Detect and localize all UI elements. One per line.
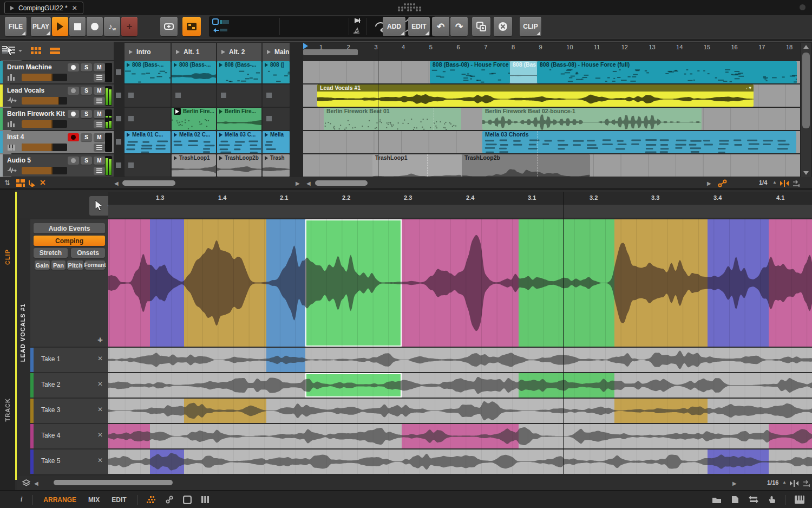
scene-header-alt-1[interactable]: Alt. 1 (172, 43, 216, 61)
comp-snap-icon[interactable] (790, 480, 798, 487)
add-record-button[interactable]: + (121, 17, 137, 36)
dual-display-icon[interactable] (147, 496, 156, 504)
track-header-drum-machine[interactable]: Drum MachineSM (0, 61, 114, 83)
track-menu-button[interactable] (94, 144, 105, 152)
arranger-clip[interactable]: Berlin Firework Beat 02-bounce-1 (482, 108, 702, 130)
volume-slider[interactable] (22, 120, 67, 128)
remove-take-icon[interactable]: ✕ (97, 431, 103, 439)
clip-menu-icon[interactable]: ⌐▾ (746, 85, 751, 90)
take-lane-2[interactable] (108, 373, 812, 398)
gain-button[interactable]: Gain (35, 260, 50, 270)
snap-icon[interactable] (780, 180, 789, 187)
hscroll-left-icon[interactable]: ◀ (114, 180, 119, 186)
pan-button[interactable]: Pan (51, 260, 66, 270)
edit-pointer-tool-button[interactable]: ▾ (89, 196, 111, 216)
clip-cell[interactable] (125, 154, 171, 177)
arranger-clip[interactable]: 808 (Bass-08) - House Force (full) (537, 61, 797, 83)
add-take-button[interactable]: + (97, 335, 103, 346)
audio-events-button[interactable]: Audio Events (34, 223, 105, 233)
adaptive-grid-icon[interactable] (793, 179, 800, 187)
pitch-button[interactable]: Pitch (67, 260, 83, 270)
track-menu-button[interactable] (94, 167, 105, 175)
solo-button[interactable]: S (81, 133, 92, 141)
arranger-clip[interactable]: Berlin Firework Beat 01 (324, 108, 461, 130)
solo-button[interactable]: S (81, 87, 92, 95)
arranger-clip[interactable]: TrashLoop1 (372, 154, 462, 177)
play-button[interactable] (52, 17, 68, 36)
volume-slider[interactable] (22, 97, 67, 105)
clip-cell[interactable]: TrashLoop2b (217, 154, 261, 177)
take-lane-1[interactable] (108, 348, 812, 372)
clip-cell[interactable]: Mella 01 C... (125, 131, 171, 153)
undo-button[interactable]: ↶ (432, 17, 449, 36)
comp-adaptive-grid-icon[interactable] (803, 479, 810, 487)
sub-scene-launch-icon[interactable] (2, 46, 9, 53)
comping-mode-icon[interactable] (718, 179, 728, 187)
clip-cell[interactable] (125, 84, 171, 107)
project-folder-icon[interactable] (712, 496, 722, 504)
scene-play-icon[interactable] (267, 50, 271, 54)
stop-button[interactable] (69, 17, 86, 36)
link-icon[interactable] (166, 496, 173, 504)
clip-cell[interactable]: 808 (Bass-... (125, 61, 171, 83)
file-panel-icon[interactable] (731, 496, 739, 504)
clip-cell[interactable] (217, 84, 261, 107)
tab-edit[interactable]: EDIT (112, 496, 126, 504)
arr-hscroll-left-icon[interactable]: ◀ (306, 180, 311, 186)
scene-header-intro[interactable]: Intro (125, 43, 171, 61)
clip-cell[interactable] (263, 108, 290, 130)
clip-cell[interactable] (263, 84, 290, 107)
take-header-1[interactable]: Take 1✕ (30, 348, 108, 372)
launcher-overdub-button[interactable] (160, 17, 178, 36)
columns-icon[interactable] (201, 496, 209, 504)
clip-launcher-record-button[interactable] (182, 17, 201, 36)
arranger-hscroll-thumb[interactable] (315, 180, 368, 186)
volume-slider[interactable] (22, 167, 67, 174)
remove-take-icon[interactable]: ✕ (97, 406, 103, 413)
solo-button[interactable]: S (81, 110, 92, 118)
arranger-clip[interactable]: Mella 03 Chords (482, 131, 796, 153)
clip-cell[interactable] (172, 84, 216, 107)
io-swap-icon[interactable] (749, 496, 758, 503)
arm-button[interactable] (68, 63, 79, 71)
mute-button[interactable]: M (94, 63, 105, 71)
grid-menu-icon[interactable]: ▲ (772, 180, 777, 185)
track-header-inst-4[interactable]: Inst 4SM (0, 131, 114, 153)
track-menu-button[interactable] (94, 97, 105, 105)
mute-button[interactable]: M (94, 157, 105, 165)
scene-header-main[interactable]: Main (263, 43, 290, 61)
crossfade-icon[interactable]: ⇅ (4, 179, 10, 187)
track-menu-button[interactable] (94, 74, 105, 82)
arranger-clip[interactable]: 808 (Bass-08) - House Force ( (430, 61, 510, 83)
show-launcher-icon[interactable] (31, 47, 42, 55)
clip-cell[interactable]: 808 (Bass-... (172, 61, 216, 83)
record-button[interactable] (87, 17, 103, 36)
comp-grid-menu-icon[interactable]: ▲ (782, 480, 787, 485)
clip-cell[interactable]: Trash (263, 154, 290, 177)
scene-play-icon[interactable] (176, 50, 180, 54)
track-tab[interactable]: TRACK (4, 398, 11, 422)
quantize-record-button[interactable]: ♪w (104, 17, 120, 36)
playhead-start-marker[interactable] (303, 43, 308, 49)
comp-ruler[interactable]: 1.31.42.12.22.32.43.13.23.33.44.1 (108, 192, 812, 205)
touch-hand-icon[interactable] (768, 496, 776, 504)
arranger-clip[interactable]: Lead Vocals #1⌐▾ (317, 84, 754, 107)
comp-hscroll-thumb[interactable] (54, 480, 173, 485)
take-lane-5[interactable] (108, 450, 812, 474)
project-tab[interactable]: CompingGUI22 * ✕ (4, 2, 83, 14)
track-menu-button[interactable] (94, 120, 105, 128)
close-project-icon[interactable]: ✕ (72, 4, 77, 12)
comp-scroll-left-icon[interactable]: ◀ (34, 480, 38, 486)
comp-lane[interactable] (108, 219, 812, 347)
take-lane-4[interactable] (108, 424, 812, 448)
take-header-3[interactable]: Take 3✕ (30, 399, 108, 423)
layers-icon[interactable] (22, 479, 30, 487)
show-arranger-icon[interactable] (50, 47, 61, 55)
arm-button[interactable] (68, 110, 79, 118)
arm-button[interactable] (68, 133, 79, 141)
comp-edit-icon[interactable] (16, 179, 25, 187)
clip-tab[interactable]: CLIP (4, 249, 11, 265)
clip-cell[interactable]: Mella (263, 131, 290, 153)
scene-header-alt-2[interactable]: Alt. 2 (217, 43, 261, 61)
mute-button[interactable]: M (94, 87, 105, 95)
